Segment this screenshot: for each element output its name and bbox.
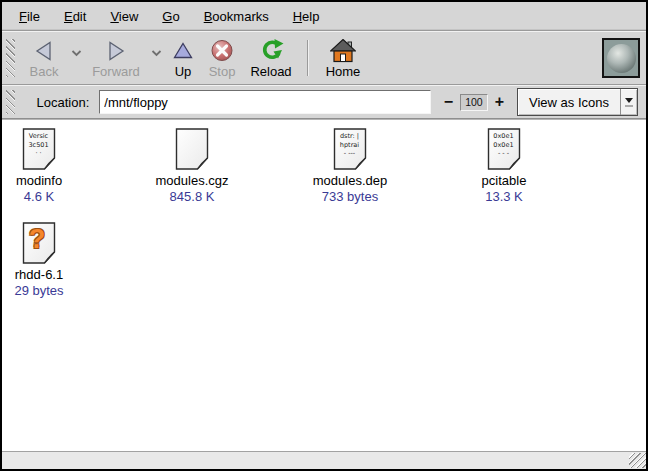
file-preview-text: Versic3c501· · — [24, 132, 53, 158]
document-icon — [175, 128, 209, 170]
file-name: modules.cgz — [156, 174, 229, 188]
forward-arrow-icon — [105, 37, 127, 64]
up-button[interactable]: Up — [165, 34, 201, 82]
stop-icon — [210, 37, 234, 64]
file-size: 845.8 K — [170, 190, 215, 204]
unknown-document-icon: ? — [22, 222, 56, 264]
file-name: pcitable — [482, 174, 527, 188]
reload-icon — [258, 37, 284, 64]
locbar-drag-handle[interactable] — [6, 90, 15, 114]
file-view: Versic3c501· · modinfo 4.6 K modules.cgz… — [2, 119, 646, 451]
chevron-down-icon — [620, 89, 637, 115]
document-icon: dstr: |hptrai- --- — [333, 128, 367, 170]
question-mark-icon: ? — [22, 223, 52, 256]
file-size: 733 bytes — [322, 190, 378, 204]
file-size: 13.3 K — [485, 190, 523, 204]
forward-label: Forward — [92, 64, 140, 79]
file-size: 4.6 K — [24, 190, 54, 204]
document-icon: Versic3c501· · — [22, 128, 56, 170]
forward-history-dropdown-icon[interactable] — [147, 34, 165, 72]
stop-button[interactable]: Stop — [201, 34, 243, 82]
file-size: 29 bytes — [14, 284, 63, 298]
back-arrow-icon — [33, 37, 55, 64]
view-mode-dropdown[interactable]: View as Icons — [517, 88, 638, 116]
file-modinfo[interactable]: Versic3c501· · modinfo 4.6 K — [2, 128, 76, 204]
document-icon: 0x0e10x0e1- - - — [487, 128, 521, 170]
menu-help[interactable]: Help — [293, 9, 320, 24]
menu-bookmarks[interactable]: Bookmarks — [204, 9, 269, 24]
file-name: modules.dep — [313, 174, 387, 188]
file-manager-window: File Edit View Go Bookmarks Help Back Fo… — [0, 0, 648, 471]
home-button[interactable]: Home — [318, 34, 368, 82]
back-button[interactable]: Back — [21, 34, 67, 82]
toolbar: Back Forward Up — [2, 31, 646, 85]
back-label: Back — [30, 64, 59, 79]
zoom-out-button[interactable]: − — [444, 95, 453, 109]
resize-grip[interactable] — [629, 453, 646, 468]
throbber — [602, 38, 640, 78]
toolbar-drag-handle[interactable] — [6, 39, 15, 77]
file-rhdd-6-1[interactable]: ? rhdd-6.1 29 bytes — [2, 222, 76, 298]
menu-go[interactable]: Go — [162, 9, 179, 24]
menu-edit[interactable]: Edit — [64, 9, 86, 24]
reload-button[interactable]: Reload — [243, 34, 299, 82]
zoom-in-button[interactable]: + — [495, 95, 504, 109]
menu-file[interactable]: File — [19, 9, 40, 24]
file-name: modinfo — [16, 174, 62, 188]
stop-label: Stop — [209, 64, 236, 79]
file-preview-text: 0x0e10x0e1- - - — [489, 132, 518, 158]
location-input[interactable] — [99, 90, 431, 114]
throbber-sphere-icon — [607, 44, 636, 73]
location-bar: Location: − 100 + View as Icons — [2, 85, 646, 119]
home-label: Home — [326, 64, 361, 79]
menu-view[interactable]: View — [110, 9, 138, 24]
zoom-level-indicator: 100 — [460, 94, 488, 111]
up-arrow-icon — [173, 37, 193, 64]
reload-label: Reload — [250, 64, 291, 79]
file-name: rhdd-6.1 — [15, 268, 63, 282]
home-icon — [330, 37, 356, 64]
forward-button[interactable]: Forward — [85, 34, 147, 82]
toolbar-separator — [307, 40, 308, 76]
back-history-dropdown-icon[interactable] — [67, 34, 85, 72]
file-modules-cgz[interactable]: modules.cgz 845.8 K — [122, 128, 262, 204]
file-modules-dep[interactable]: dstr: |hptrai- --- modules.dep 733 bytes — [280, 128, 420, 204]
view-mode-label: View as Icons — [518, 89, 620, 115]
file-preview-text: dstr: |hptrai- --- — [335, 132, 364, 158]
up-label: Up — [175, 64, 192, 79]
menu-bar: File Edit View Go Bookmarks Help — [2, 2, 646, 31]
file-pcitable[interactable]: 0x0e10x0e1- - - pcitable 13.3 K — [434, 128, 574, 204]
status-bar — [2, 451, 646, 469]
location-label: Location: — [37, 95, 90, 110]
